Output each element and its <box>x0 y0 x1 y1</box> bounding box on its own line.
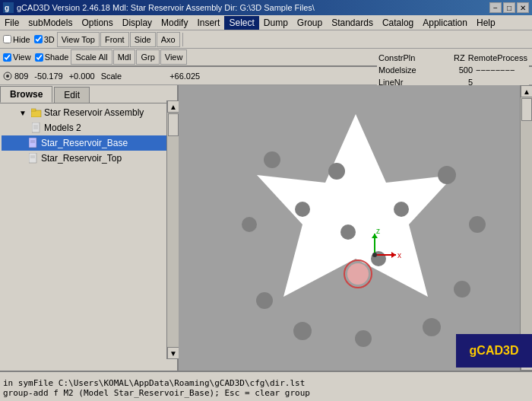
menu-bar: File subModels Options Display Modify In… <box>0 15 532 30</box>
modelsize-label: Modelsize <box>378 64 439 76</box>
menu-dump[interactable]: Dump <box>259 16 293 30</box>
view-check-input[interactable] <box>3 53 11 62</box>
menu-standards[interactable]: Standards <box>327 16 378 30</box>
view-label: View <box>13 53 31 62</box>
y-coord-item: +0.000 <box>69 72 95 81</box>
x-value: -50.179 <box>34 72 62 81</box>
svg-point-19 <box>454 281 470 298</box>
menu-select[interactable]: Select <box>224 16 258 30</box>
3d-checkbox[interactable]: 3D <box>33 35 56 44</box>
left-panel: Browse Edit ▼ Star Reservoir Assembly <box>0 85 179 371</box>
svg-rect-10 <box>29 138 36 148</box>
menu-application[interactable]: Application <box>418 16 472 30</box>
shade-checkbox[interactable]: Shade <box>33 53 71 62</box>
title-text: g gCAD3D Version 2.46.18 Mdl: Star Reser… <box>3 2 315 13</box>
scroll-down-btn[interactable]: ▼ <box>167 347 179 359</box>
svg-point-3 <box>6 75 9 78</box>
star-viewport-svg: x z <box>211 107 500 350</box>
remote-label: RemoteProcess <box>468 52 527 64</box>
svg-text:g: g <box>5 4 9 12</box>
hide-label: Hide <box>13 35 30 44</box>
y-value: +0.000 <box>69 72 95 81</box>
doc-icon-2 <box>27 137 40 149</box>
menu-options[interactable]: Options <box>77 16 117 30</box>
coord-item: 809 <box>3 72 28 81</box>
menu-modify[interactable]: Modify <box>157 16 192 30</box>
svg-point-36 <box>372 253 377 257</box>
menu-catalog[interactable]: Catalog <box>378 16 418 30</box>
vp-scroll-up[interactable]: ▲ <box>521 85 532 97</box>
hide-check-input[interactable] <box>3 35 11 43</box>
view2-button[interactable]: View <box>160 49 188 65</box>
tab-edit[interactable]: Edit <box>54 87 90 103</box>
bottom-line2: group-add f M2 (Model Star_Reservoir_Bas… <box>3 388 529 398</box>
menu-group[interactable]: Group <box>293 16 327 30</box>
tree-arrow-0[interactable]: ▼ <box>17 107 29 119</box>
svg-point-23 <box>256 292 273 309</box>
x-coord-item: -50.179 <box>34 72 62 81</box>
tree-item-0[interactable]: ▼ Star Reservoir Assembly <box>2 105 176 120</box>
mdl-button[interactable]: Mdl <box>113 49 136 65</box>
maximize-button[interactable]: □ <box>503 2 515 13</box>
bottom-status: in symFile C:\Users\KOMAL\AppData\Roamin… <box>0 371 532 401</box>
vp-scroll-track <box>521 97 532 358</box>
tab-bar: Browse Edit <box>0 85 177 103</box>
close-button[interactable]: ✕ <box>517 2 529 13</box>
hide-checkbox[interactable]: Hide <box>2 35 32 44</box>
folder-icon-0 <box>30 107 43 119</box>
window-controls: − □ ✕ <box>489 2 529 13</box>
scroll-track <box>167 113 179 347</box>
left-scrollbar: ▲ ▼ <box>166 100 179 359</box>
view-checkbox[interactable]: View <box>2 53 33 62</box>
toolbar-row1: Hide 3D View Top Front Side Axo <box>0 30 532 49</box>
svg-point-28 <box>340 224 356 240</box>
logo-area: gCAD3D <box>456 334 532 368</box>
axo-button[interactable]: Axo <box>157 32 180 47</box>
tree-label-1: Models 2 <box>44 123 81 133</box>
svg-rect-6 <box>32 123 40 132</box>
scaleall-button[interactable]: Scale All <box>71 49 112 65</box>
menu-file[interactable]: File <box>0 16 24 30</box>
scale-item: Scale +66.025 <box>101 72 201 81</box>
vp-scroll-thumb[interactable] <box>521 98 532 121</box>
tree-label-3: Star_Reservoir_Top <box>41 153 122 164</box>
app-icon: g <box>3 2 14 13</box>
modelsize-row: Modelsize 500 −−−−−−−− <box>377 64 529 76</box>
svg-point-24 <box>242 217 257 232</box>
viewtop-button[interactable]: View Top <box>57 32 100 47</box>
tree-item-3[interactable]: Star_Reservoir_Top <box>2 151 176 166</box>
minimize-button[interactable]: − <box>489 2 502 13</box>
svg-text:z: z <box>376 227 380 235</box>
menu-help[interactable]: Help <box>472 16 500 30</box>
3d-check-input[interactable] <box>34 35 43 43</box>
svg-point-17 <box>438 166 456 184</box>
svg-point-25 <box>264 151 280 168</box>
scroll-thumb[interactable] <box>168 113 179 136</box>
menu-display[interactable]: Display <box>118 16 157 30</box>
tree-item-2[interactable]: Star_Reservoir_Base <box>2 135 176 151</box>
svg-point-20 <box>423 318 441 336</box>
menu-insert[interactable]: Insert <box>192 16 224 30</box>
constrpln-label: ConstrPln <box>378 52 434 64</box>
constrpln-row: ConstrPln RZ RemoteProcess <box>377 52 529 64</box>
side-button[interactable]: Side <box>130 32 156 47</box>
svg-point-22 <box>293 322 312 340</box>
shade-label: Shade <box>45 53 69 62</box>
svg-rect-4 <box>31 110 41 117</box>
constrpln-value: RZ <box>437 52 465 64</box>
svg-point-27 <box>394 202 409 217</box>
coord-value: 809 <box>14 72 28 81</box>
scale-label: Scale <box>101 72 122 81</box>
tree-item-1[interactable]: Models 2 <box>2 120 176 135</box>
shade-check-input[interactable] <box>35 53 43 62</box>
grp-button[interactable]: Grp <box>136 49 159 65</box>
menu-submodels[interactable]: subModels <box>24 16 77 30</box>
3d-viewport[interactable]: x z ▲ ▼ <box>179 85 532 371</box>
tab-browse[interactable]: Browse <box>0 86 52 103</box>
modelsize-value: 500 <box>442 64 473 76</box>
svg-rect-13 <box>29 153 36 163</box>
front-button[interactable]: Front <box>100 32 129 47</box>
svg-point-18 <box>469 216 486 233</box>
coord-icon <box>3 72 12 81</box>
scroll-up-btn[interactable]: ▲ <box>167 100 179 113</box>
